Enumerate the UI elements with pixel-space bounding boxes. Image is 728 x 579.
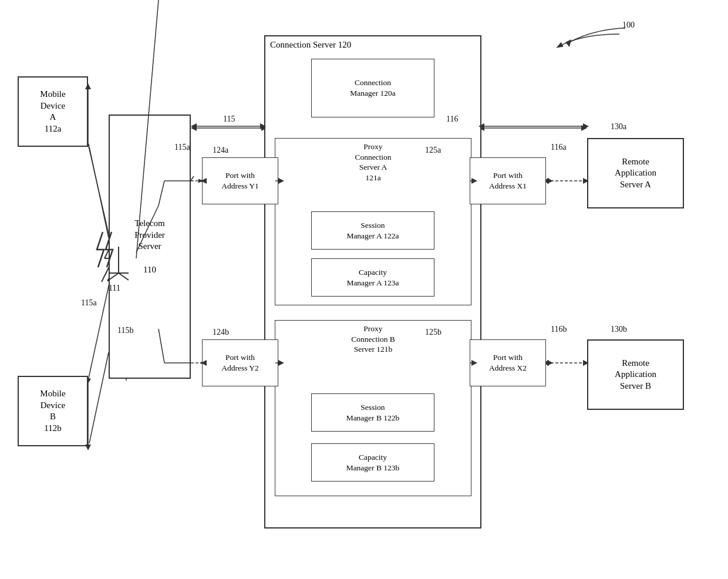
port-address-x2: Port withAddress X2 bbox=[470, 339, 546, 386]
svg-marker-49 bbox=[191, 123, 197, 129]
svg-line-60 bbox=[89, 147, 109, 238]
ref-115: 115 bbox=[223, 115, 235, 124]
ref-124a: 124a bbox=[213, 146, 228, 155]
port-address-x1: Port withAddress X1 bbox=[470, 157, 546, 204]
svg-line-68 bbox=[109, 273, 119, 280]
ref-116: 116 bbox=[446, 115, 458, 124]
connection-manager: Connection Manager 120a bbox=[311, 59, 434, 117]
mobile-device-b: Mobile Device B 112b bbox=[18, 376, 88, 446]
ref-125b: 125b bbox=[425, 328, 441, 337]
ref-116a: 116a bbox=[551, 143, 567, 152]
svg-marker-46 bbox=[547, 360, 553, 366]
remote-application-server-a: Remote Application Server A bbox=[587, 138, 684, 208]
capacity-manager-b: CapacityManager B 123b bbox=[311, 443, 434, 482]
session-manager-a: SessionManager A 122a bbox=[311, 211, 434, 250]
port-address-y1: Port withAddress Y1 bbox=[202, 157, 278, 204]
svg-marker-53 bbox=[583, 123, 589, 129]
ref-125a: 125a bbox=[425, 146, 441, 155]
svg-marker-40 bbox=[547, 178, 553, 184]
ref-116b: 116b bbox=[551, 325, 567, 334]
svg-marker-5 bbox=[581, 125, 587, 131]
mobile-device-a: Mobile Device A 112a bbox=[18, 76, 88, 147]
svg-line-69 bbox=[119, 273, 129, 280]
svg-marker-47 bbox=[565, 39, 571, 47]
ref-130b: 130b bbox=[611, 325, 627, 334]
diagram: Mobile Device A 112a Mobile Device B 112… bbox=[0, 0, 728, 579]
port-address-y2: Port withAddress Y2 bbox=[202, 339, 278, 386]
svg-marker-1 bbox=[191, 125, 197, 131]
remote-application-server-b: Remote Application Server B bbox=[587, 339, 684, 410]
svg-line-61 bbox=[89, 352, 109, 443]
ref-115b: 115b bbox=[117, 326, 133, 335]
ref-130a: 130a bbox=[611, 122, 626, 132]
ref-115a-bot: 115a bbox=[81, 298, 97, 308]
ref-100: 100 bbox=[622, 21, 635, 30]
ref-115a-top: 115a bbox=[174, 143, 190, 152]
capacity-manager-a: CapacityManager A 123a bbox=[311, 258, 434, 297]
session-manager-b: SessionManager B 122b bbox=[311, 393, 434, 432]
antenna-tower: 111 bbox=[91, 226, 147, 284]
ref-124b: 124b bbox=[213, 328, 229, 337]
